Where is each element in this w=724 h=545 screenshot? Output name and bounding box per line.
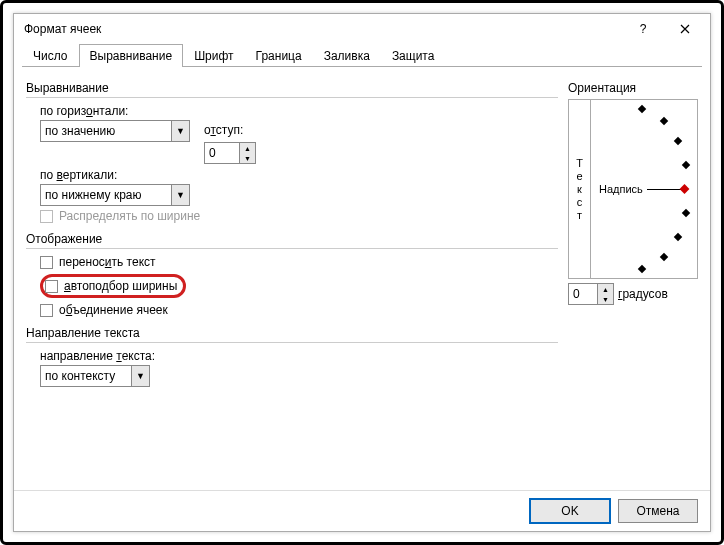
justify-distributed-label: Распределять по ширине	[59, 209, 200, 223]
orientation-degrees-label: градусов	[618, 287, 668, 301]
horizontal-alignment-combo[interactable]: по значению ▼	[40, 120, 190, 142]
close-icon	[680, 24, 690, 34]
indent-value: 0	[205, 146, 239, 160]
orientation-pointer-handle[interactable]	[680, 184, 690, 194]
tab-strip: Число Выравнивание Шрифт Граница Заливка…	[22, 44, 702, 67]
vertical-alignment-value: по нижнему краю	[41, 188, 171, 202]
vertical-alignment-combo[interactable]: по нижнему краю ▼	[40, 184, 190, 206]
checkbox-icon	[40, 304, 53, 317]
orientation-degrees-spinner[interactable]: 0 ▲▼	[568, 283, 614, 305]
dialog-title: Формат ячеек	[24, 22, 622, 36]
checkbox-icon	[45, 280, 58, 293]
orientation-dial[interactable]: Надпись	[591, 100, 697, 278]
justify-distributed-checkbox: Распределять по ширине	[40, 209, 558, 223]
orientation-pointer-label: Надпись	[599, 183, 643, 195]
alignment-group-label: Выравнивание	[26, 75, 558, 98]
horizontal-alignment-label: по горизонтали:	[40, 104, 558, 118]
spin-up-icon[interactable]: ▲	[240, 143, 255, 153]
orientation-control[interactable]: Текст Надпись	[568, 99, 698, 279]
text-direction-value: по контексту	[41, 369, 131, 383]
indent-spinner[interactable]: 0 ▲▼	[204, 142, 256, 164]
shrink-to-fit-highlight: автоподбор ширины	[40, 274, 186, 298]
spin-up-icon[interactable]: ▲	[598, 284, 613, 294]
tab-fill[interactable]: Заливка	[313, 44, 381, 67]
indent-label: отступ:	[204, 123, 243, 137]
spin-down-icon[interactable]: ▼	[598, 294, 613, 304]
text-direction-combo[interactable]: по контексту ▼	[40, 365, 150, 387]
close-button[interactable]	[664, 14, 706, 44]
tab-protection[interactable]: Защита	[381, 44, 446, 67]
spin-down-icon[interactable]: ▼	[240, 153, 255, 163]
horizontal-alignment-value: по значению	[41, 124, 171, 138]
cancel-button[interactable]: Отмена	[618, 499, 698, 523]
checkbox-icon	[40, 256, 53, 269]
ok-button[interactable]: OK	[530, 499, 610, 523]
checkbox-icon	[40, 210, 53, 223]
tab-alignment[interactable]: Выравнивание	[79, 44, 184, 67]
text-direction-label: направление текста:	[40, 349, 558, 363]
vertical-alignment-label: по вертикали:	[40, 168, 558, 182]
wrap-text-checkbox[interactable]: переносить текст	[40, 255, 558, 269]
text-direction-group-label: Направление текста	[26, 320, 558, 343]
orientation-vertical-text[interactable]: Текст	[569, 100, 591, 278]
merge-cells-label: объединение ячеек	[59, 303, 168, 317]
wrap-text-label: переносить текст	[59, 255, 156, 269]
chevron-down-icon: ▼	[131, 366, 149, 386]
orientation-degrees-value: 0	[569, 287, 597, 301]
orientation-pointer-line	[647, 189, 681, 190]
format-cells-dialog: Формат ячеек ? Число Выравнивание Шрифт …	[13, 13, 711, 532]
chevron-down-icon: ▼	[171, 121, 189, 141]
display-group-label: Отображение	[26, 226, 558, 249]
tab-font[interactable]: Шрифт	[183, 44, 244, 67]
shrink-to-fit-label: автоподбор ширины	[64, 279, 177, 293]
dialog-footer: OK Отмена	[14, 490, 710, 531]
orientation-group-label: Ориентация	[568, 75, 698, 97]
titlebar: Формат ячеек ?	[14, 14, 710, 44]
merge-cells-checkbox[interactable]: объединение ячеек	[40, 303, 558, 317]
help-button[interactable]: ?	[622, 14, 664, 44]
tab-border[interactable]: Граница	[245, 44, 313, 67]
shrink-to-fit-checkbox[interactable]: автоподбор ширины	[45, 279, 177, 293]
tab-number[interactable]: Число	[22, 44, 79, 67]
chevron-down-icon: ▼	[171, 185, 189, 205]
